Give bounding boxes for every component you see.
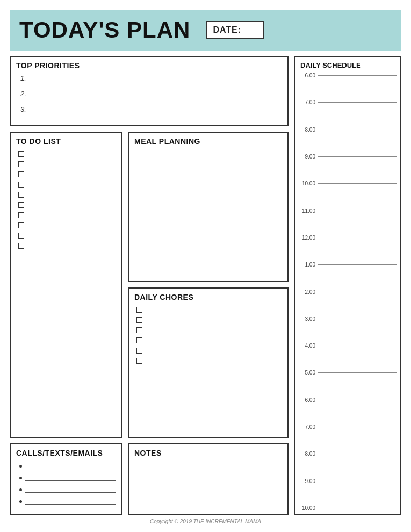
- bottom-row: CALLS/TEXTS/EMAILS: [10, 443, 289, 515]
- calls-line: [25, 475, 116, 481]
- todo-title: TO DO LIST: [16, 137, 116, 146]
- checkbox[interactable]: [18, 192, 24, 198]
- schedule-item[interactable]: 8.00: [300, 127, 397, 133]
- schedule-section: DAILY SCHEDULE 6.00 7.00 8.00 9.00 10.00…: [294, 56, 401, 515]
- checkbox[interactable]: [18, 202, 24, 208]
- schedule-time: 6.00: [300, 397, 318, 403]
- schedule-item[interactable]: 7.00: [300, 99, 397, 105]
- calls-item[interactable]: [19, 498, 116, 505]
- middle-row: TO DO LIST: [10, 132, 289, 438]
- left-column: TOP PRIORITIES 1. 2. 3. TO DO LIST: [10, 56, 289, 515]
- bullet-icon: [19, 465, 22, 468]
- schedule-item[interactable]: 10.00: [300, 181, 397, 186]
- schedule-item[interactable]: 2.00: [300, 289, 397, 295]
- todo-item[interactable]: [18, 171, 116, 177]
- calls-line: [25, 486, 116, 493]
- checkbox[interactable]: [18, 151, 24, 157]
- date-box[interactable]: DATE:: [206, 21, 264, 39]
- checkbox[interactable]: [18, 161, 24, 167]
- chore-item[interactable]: [136, 327, 282, 333]
- main-layout: TOP PRIORITIES 1. 2. 3. TO DO LIST: [10, 56, 401, 515]
- chore-item[interactable]: [136, 358, 282, 364]
- schedule-time: 4.00: [300, 343, 318, 349]
- schedule-item[interactable]: 6.00: [300, 73, 397, 78]
- priority-item-2[interactable]: 2.: [20, 90, 282, 100]
- todo-item[interactable]: [18, 233, 116, 239]
- calls-section: CALLS/TEXTS/EMAILS: [10, 443, 122, 515]
- schedule-item[interactable]: 9.00: [300, 478, 397, 484]
- todo-section: TO DO LIST: [10, 132, 122, 438]
- schedule-line: [318, 130, 397, 130]
- todo-item[interactable]: [18, 161, 116, 167]
- checkbox[interactable]: [136, 317, 142, 323]
- checkbox[interactable]: [136, 327, 142, 333]
- schedule-item[interactable]: 10.00: [300, 505, 397, 511]
- calls-line: [25, 498, 116, 505]
- priority-item-3[interactable]: 3.: [20, 105, 282, 116]
- schedule-item[interactable]: 9.00: [300, 154, 397, 160]
- chore-item[interactable]: [136, 317, 282, 323]
- schedule-time: 9.00: [300, 478, 318, 484]
- schedule-item[interactable]: 8.00: [300, 451, 397, 457]
- notes-title: NOTES: [134, 449, 282, 457]
- todo-item[interactable]: [18, 243, 116, 249]
- daily-chores-title: DAILY ChORES: [134, 293, 282, 301]
- checkbox[interactable]: [18, 171, 24, 177]
- schedule-time: 12.00: [300, 235, 318, 241]
- top-priorities-section: TOP PRIORITIES 1. 2. 3.: [10, 56, 289, 126]
- meal-planning-section: MEAL PLANNING: [128, 132, 289, 282]
- schedule-item[interactable]: 4.00: [300, 343, 397, 349]
- calls-item[interactable]: [19, 486, 116, 493]
- schedule-item[interactable]: 5.00: [300, 370, 397, 376]
- schedule-time: 8.00: [300, 451, 318, 457]
- schedule-line: [318, 238, 397, 238]
- chore-item[interactable]: [136, 337, 282, 343]
- priority-item-1[interactable]: 1.: [20, 74, 282, 84]
- schedule-item[interactable]: 1.00: [300, 262, 397, 268]
- priorities-list: 1. 2. 3.: [16, 73, 282, 116]
- schedule-item[interactable]: 11.00: [300, 208, 397, 214]
- schedule-time: 7.00: [300, 99, 318, 105]
- checkbox[interactable]: [136, 337, 142, 343]
- checkbox[interactable]: [18, 182, 24, 188]
- page: TODAY'S PLAN DATE: TOP PRIORITIES 1. 2. …: [0, 0, 411, 532]
- schedule-time: 9.00: [300, 154, 318, 160]
- schedule-time: 1.00: [300, 262, 318, 268]
- schedule-line: [318, 102, 397, 103]
- schedule-line: [318, 319, 397, 319]
- date-label: DATE:: [213, 25, 241, 35]
- schedule-line: [318, 156, 397, 157]
- schedule-item[interactable]: 3.00: [300, 316, 397, 322]
- schedule-line: [318, 481, 397, 481]
- schedule-item[interactable]: 7.00: [300, 424, 397, 430]
- todo-item[interactable]: [18, 212, 116, 218]
- checkbox[interactable]: [136, 348, 142, 354]
- chore-item[interactable]: [136, 348, 282, 354]
- checkbox[interactable]: [18, 222, 24, 228]
- schedule-list: 6.00 7.00 8.00 9.00 10.00 11.00 12.00 1.…: [300, 71, 397, 511]
- todo-item[interactable]: [18, 151, 116, 157]
- calls-item[interactable]: [19, 463, 116, 469]
- schedule-line: [318, 183, 397, 184]
- calls-item[interactable]: [19, 475, 116, 481]
- todo-item[interactable]: [18, 192, 116, 198]
- schedule-time: 5.00: [300, 370, 318, 376]
- copyright: Copyright © 2019 THE INCREMENTAL MAMA: [10, 519, 401, 524]
- schedule-time: 7.00: [300, 424, 318, 430]
- todo-item[interactable]: [18, 222, 116, 228]
- checkbox[interactable]: [18, 212, 24, 218]
- meal-planning-title: MEAL PLANNING: [134, 137, 282, 146]
- todo-item[interactable]: [18, 182, 116, 188]
- checkbox[interactable]: [136, 307, 142, 313]
- bullet-icon: [19, 488, 22, 491]
- schedule-time: 10.00: [300, 505, 318, 511]
- todo-item[interactable]: [18, 202, 116, 208]
- checkbox[interactable]: [18, 233, 24, 239]
- schedule-line: [318, 372, 397, 373]
- schedule-line: [318, 292, 397, 292]
- chore-item[interactable]: [136, 307, 282, 313]
- schedule-item[interactable]: 6.00: [300, 397, 397, 403]
- checkbox[interactable]: [136, 358, 142, 364]
- checkbox[interactable]: [18, 243, 24, 249]
- schedule-item[interactable]: 12.00: [300, 235, 397, 241]
